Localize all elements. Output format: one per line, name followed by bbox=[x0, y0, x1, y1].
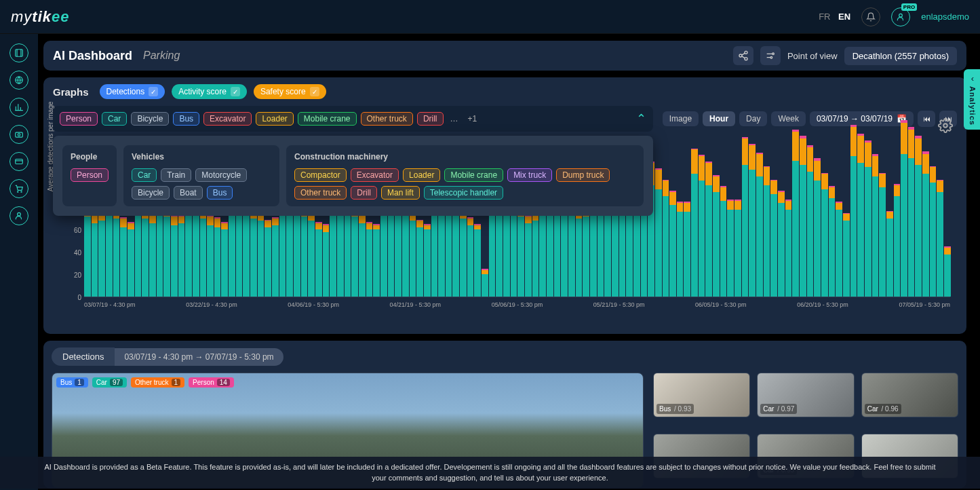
chart-bar[interactable] bbox=[351, 202, 358, 297]
chart-bar[interactable] bbox=[821, 173, 828, 297]
chart-bar[interactable] bbox=[142, 204, 149, 297]
chart-bar[interactable] bbox=[163, 204, 170, 297]
detection-thumb[interactable]: Car / 0.97 bbox=[757, 373, 854, 417]
detection-thumb[interactable]: Car / 0.96 bbox=[861, 373, 958, 417]
lang-fr[interactable]: FR bbox=[819, 12, 830, 22]
sidebar-card-icon[interactable] bbox=[9, 152, 28, 171]
notifications-icon[interactable] bbox=[861, 7, 880, 26]
chart-bar[interactable] bbox=[857, 134, 864, 297]
chart-bar[interactable] bbox=[120, 217, 127, 297]
chart-bar[interactable] bbox=[705, 162, 712, 297]
tag-bicycle[interactable]: Bicycle bbox=[132, 186, 170, 200]
chart-bar[interactable] bbox=[734, 200, 741, 297]
chart-bar[interactable] bbox=[460, 206, 467, 297]
chart-bar[interactable] bbox=[764, 166, 770, 297]
tag-boat[interactable]: Boat bbox=[174, 186, 203, 200]
username[interactable]: enlapsdemo bbox=[921, 12, 969, 22]
chart-bar[interactable] bbox=[424, 224, 431, 297]
chart-bar[interactable] bbox=[879, 173, 886, 297]
chart-bar[interactable] bbox=[836, 202, 842, 297]
chart-bar[interactable] bbox=[655, 168, 662, 297]
chart-bar[interactable] bbox=[92, 208, 98, 297]
chart-bar[interactable] bbox=[128, 222, 134, 297]
tag-man-lift[interactable]: Man lift bbox=[381, 186, 420, 200]
chart-bar[interactable] bbox=[843, 213, 850, 297]
date-range[interactable]: 03/07/19 → 03/07/19 📅 bbox=[810, 111, 914, 126]
detection-badge[interactable]: Bus1 bbox=[56, 377, 88, 388]
chart-bar[interactable] bbox=[749, 144, 756, 297]
language-switch[interactable]: FR EN bbox=[819, 12, 850, 22]
chart-bar[interactable] bbox=[922, 151, 929, 297]
chart-bar[interactable] bbox=[308, 211, 315, 297]
tag-bus[interactable]: Bus bbox=[207, 186, 233, 200]
chart-bar[interactable] bbox=[677, 202, 684, 297]
sidebar-globe-icon[interactable] bbox=[9, 71, 28, 90]
chart-bar[interactable] bbox=[467, 217, 474, 297]
time-hour[interactable]: Hour bbox=[703, 111, 735, 126]
rewind-icon[interactable]: ⏮ bbox=[918, 111, 935, 127]
chart-bar[interactable] bbox=[373, 224, 380, 297]
detection-badge[interactable]: Car97 bbox=[92, 377, 127, 388]
tag-mobile-crane[interactable]: Mobile crane bbox=[444, 168, 503, 182]
chart-bar[interactable] bbox=[807, 145, 814, 297]
chart-bar[interactable] bbox=[576, 208, 583, 297]
chart-bar[interactable] bbox=[908, 127, 915, 297]
chart-bar[interactable] bbox=[84, 204, 91, 297]
chart-bar[interactable] bbox=[742, 137, 749, 297]
tag-dump-truck[interactable]: Dump truck bbox=[556, 168, 610, 182]
tag-bus[interactable]: Bus bbox=[173, 112, 199, 126]
tag-excavator[interactable]: Excavator bbox=[203, 112, 252, 126]
chart-bar[interactable] bbox=[410, 211, 416, 297]
pill-safety[interactable]: Safety score✓ bbox=[254, 84, 326, 99]
chart-bar[interactable] bbox=[532, 213, 539, 297]
chart-bar[interactable] bbox=[359, 213, 366, 297]
chart-bar[interactable] bbox=[633, 204, 640, 297]
pill-detections[interactable]: Detections✓ bbox=[100, 84, 165, 99]
chart-bar[interactable] bbox=[792, 130, 799, 297]
chart-bar[interactable] bbox=[482, 269, 488, 297]
tag-person[interactable]: Person bbox=[71, 168, 109, 182]
time-day[interactable]: Day bbox=[739, 111, 767, 126]
tag-drill[interactable]: Drill bbox=[417, 112, 444, 126]
chart-bar[interactable] bbox=[517, 204, 524, 297]
chart-bar[interactable] bbox=[691, 149, 698, 297]
chart-bar[interactable] bbox=[221, 222, 228, 297]
tag-mix-truck[interactable]: Mix truck bbox=[507, 168, 552, 182]
chart-bar[interactable] bbox=[149, 211, 156, 297]
chart-bar[interactable] bbox=[626, 204, 633, 297]
chart-bar[interactable] bbox=[315, 222, 322, 297]
chart-bar[interactable] bbox=[886, 211, 893, 297]
tag-compactor[interactable]: Compactor bbox=[294, 168, 347, 182]
chart-bar[interactable] bbox=[785, 200, 792, 297]
chart-bar[interactable] bbox=[178, 215, 185, 297]
chart-bar[interactable] bbox=[583, 206, 589, 297]
chart-bar[interactable] bbox=[930, 166, 937, 297]
tag-other-truck[interactable]: Other truck bbox=[361, 112, 413, 126]
tag-car[interactable]: Car bbox=[132, 168, 157, 182]
chart-bar[interactable] bbox=[727, 200, 734, 297]
sidebar-camera-icon[interactable] bbox=[9, 125, 28, 144]
chart-bar[interactable] bbox=[113, 206, 120, 297]
filter-box[interactable]: Person Car Bicycle Bus Excavator Loader … bbox=[53, 106, 653, 132]
pill-activity[interactable]: Activity score✓ bbox=[172, 84, 247, 99]
chevron-up-icon[interactable]: ⌃ bbox=[636, 111, 646, 126]
chart-bar[interactable] bbox=[214, 217, 221, 297]
tag-excavator[interactable]: Excavator bbox=[351, 168, 399, 182]
logo[interactable]: mytikee bbox=[11, 8, 70, 26]
chart-bar[interactable] bbox=[829, 186, 836, 297]
chart-bar[interactable] bbox=[171, 215, 178, 297]
chart-bar[interactable] bbox=[937, 180, 943, 297]
chart-bar[interactable] bbox=[800, 136, 806, 297]
detections-tab[interactable]: Detections bbox=[52, 347, 115, 366]
chart-bar[interactable] bbox=[250, 206, 257, 297]
time-week[interactable]: Week bbox=[771, 111, 805, 126]
avatar[interactable]: PRO bbox=[891, 7, 910, 26]
chart-bar[interactable] bbox=[258, 211, 264, 297]
chart-bar[interactable] bbox=[98, 213, 105, 297]
sidebar-chart-icon[interactable] bbox=[9, 98, 28, 117]
tag-telescopic-handler[interactable]: Telescopic handler bbox=[424, 186, 503, 200]
sidebar-cart-icon[interactable] bbox=[9, 179, 28, 198]
chart-bar[interactable] bbox=[713, 175, 720, 297]
chart-bar[interactable] bbox=[699, 155, 705, 297]
tag-train[interactable]: Train bbox=[161, 168, 191, 182]
